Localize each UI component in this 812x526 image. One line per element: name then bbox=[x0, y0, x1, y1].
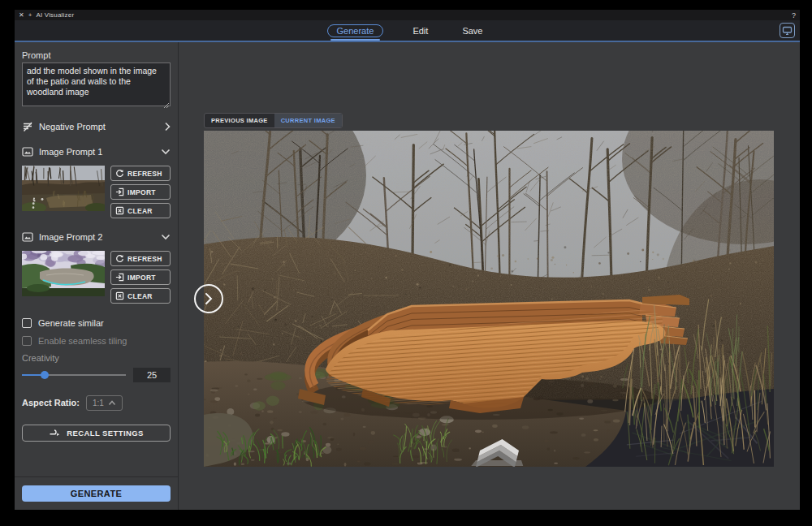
tab-save[interactable]: Save bbox=[457, 24, 487, 37]
image-prompt-1-body: REFRESH IMPORT CLEAR bbox=[22, 166, 171, 218]
monitor-icon bbox=[782, 26, 793, 36]
chevron-up-icon bbox=[108, 400, 116, 406]
image-prompt-2-thumbnail[interactable] bbox=[22, 251, 105, 296]
clear-icon bbox=[115, 206, 124, 215]
generated-image: Bare winter woodland with a curved tiere… bbox=[204, 131, 774, 467]
recall-arrow-icon bbox=[49, 429, 60, 438]
add-tab-icon[interactable]: + bbox=[28, 11, 32, 19]
tab-bar: Generate Edit Save bbox=[15, 20, 800, 41]
sidebar-footer: GENERATE bbox=[15, 476, 178, 510]
title-bar: ✕ + AI Visualizer ? bbox=[15, 10, 800, 20]
prompt-label: Prompt bbox=[22, 50, 171, 60]
chevron-down-icon[interactable] bbox=[161, 149, 171, 155]
clear-icon bbox=[115, 291, 124, 300]
image-history-tabs: PREVIOUS IMAGE CURRENT IMAGE bbox=[204, 113, 343, 128]
woodland-photo-thumbnail bbox=[22, 166, 105, 211]
tab-generate[interactable]: Generate bbox=[327, 24, 384, 37]
app-title: AI Visualizer bbox=[36, 11, 74, 19]
pan-right-button[interactable] bbox=[194, 284, 223, 313]
image-prompt-1-thumbnail[interactable] bbox=[22, 166, 105, 211]
textarea-resize-handle[interactable] bbox=[163, 102, 170, 109]
refresh-icon bbox=[115, 169, 124, 178]
seamless-tiling-checkbox[interactable] bbox=[22, 336, 32, 346]
generate-button[interactable]: GENERATE bbox=[22, 485, 171, 502]
aspect-ratio-dropdown[interactable]: 1:1 bbox=[86, 395, 123, 411]
recall-settings-label: RECALL SETTINGS bbox=[67, 429, 144, 438]
clear-label: CLEAR bbox=[127, 292, 153, 300]
aspect-ratio-row: Aspect Ratio: 1:1 bbox=[22, 394, 171, 412]
chevron-down-icon[interactable] bbox=[161, 234, 171, 240]
help-icon[interactable]: ? bbox=[792, 11, 796, 19]
app-window: ✕ + AI Visualizer ? Generate Edit Save P… bbox=[15, 10, 800, 510]
creativity-row bbox=[22, 368, 171, 382]
clear-button-1[interactable]: CLEAR bbox=[110, 203, 171, 218]
image-viewer-panel: PREVIOUS IMAGE CURRENT IMAGE bbox=[179, 42, 800, 510]
tab-edit[interactable]: Edit bbox=[408, 24, 433, 37]
import-button-1[interactable]: IMPORT bbox=[110, 184, 171, 200]
negative-prompt-expander[interactable]: Negative Prompt bbox=[22, 120, 171, 133]
clear-button-2[interactable]: CLEAR bbox=[110, 288, 171, 304]
chevron-right-icon[interactable] bbox=[164, 122, 171, 132]
prompt-input[interactable]: add the model shown in the image of the … bbox=[22, 63, 171, 106]
image-prompt-1-label: Image Prompt 1 bbox=[39, 147, 102, 157]
image-prompt-2-label: Image Prompt 2 bbox=[39, 232, 102, 242]
import-icon bbox=[115, 273, 124, 282]
aspect-ratio-value: 1:1 bbox=[93, 399, 104, 407]
refresh-label: REFRESH bbox=[127, 170, 162, 178]
seamless-tiling-label: Enable seamless tiling bbox=[38, 336, 127, 346]
creativity-label: Creativity bbox=[22, 353, 171, 363]
import-icon bbox=[115, 188, 124, 196]
refresh-label: REFRESH bbox=[127, 255, 162, 263]
seamless-tiling-row: Enable seamless tiling bbox=[22, 335, 171, 346]
aspect-ratio-label: Aspect Ratio: bbox=[22, 398, 80, 407]
import-label: IMPORT bbox=[127, 274, 156, 282]
refresh-icon bbox=[115, 254, 124, 263]
model-render-thumbnail bbox=[22, 251, 105, 296]
refresh-button-2[interactable]: REFRESH bbox=[110, 251, 171, 266]
recall-settings-button[interactable]: RECALL SETTINGS bbox=[22, 425, 171, 442]
tab-generate-wrap: Generate bbox=[327, 20, 384, 41]
tab-generate-underline bbox=[330, 39, 381, 41]
tab-current-image[interactable]: CURRENT IMAGE bbox=[274, 114, 342, 127]
import-label: IMPORT bbox=[127, 188, 156, 196]
generate-similar-label: Generate similar bbox=[38, 318, 104, 328]
image-icon bbox=[22, 232, 33, 242]
clear-label: CLEAR bbox=[127, 207, 153, 215]
image-prompt-2-expander[interactable]: Image Prompt 2 bbox=[22, 231, 171, 244]
chevron-right-icon bbox=[205, 292, 213, 305]
woodland-deck-image bbox=[204, 131, 774, 467]
image-prompt-2-body: REFRESH IMPORT CLEAR bbox=[22, 251, 171, 304]
negative-prompt-icon bbox=[22, 121, 33, 132]
generate-similar-row: Generate similar bbox=[22, 317, 171, 328]
image-prompt-1-expander[interactable]: Image Prompt 1 bbox=[22, 145, 171, 158]
image-icon bbox=[22, 147, 33, 157]
settings-sidebar: Prompt add the model shown in the image … bbox=[15, 42, 179, 510]
generate-similar-checkbox[interactable] bbox=[22, 318, 32, 328]
close-icon[interactable]: ✕ bbox=[19, 11, 24, 19]
creativity-slider[interactable] bbox=[22, 370, 126, 380]
display-mode-button[interactable] bbox=[780, 23, 795, 38]
negative-prompt-label: Negative Prompt bbox=[39, 122, 106, 132]
tab-previous-image[interactable]: PREVIOUS IMAGE bbox=[205, 114, 274, 127]
slider-thumb[interactable] bbox=[41, 371, 49, 379]
import-button-2[interactable]: IMPORT bbox=[110, 269, 171, 285]
creativity-value-input[interactable] bbox=[133, 368, 171, 382]
refresh-button-1[interactable]: REFRESH bbox=[110, 166, 171, 181]
